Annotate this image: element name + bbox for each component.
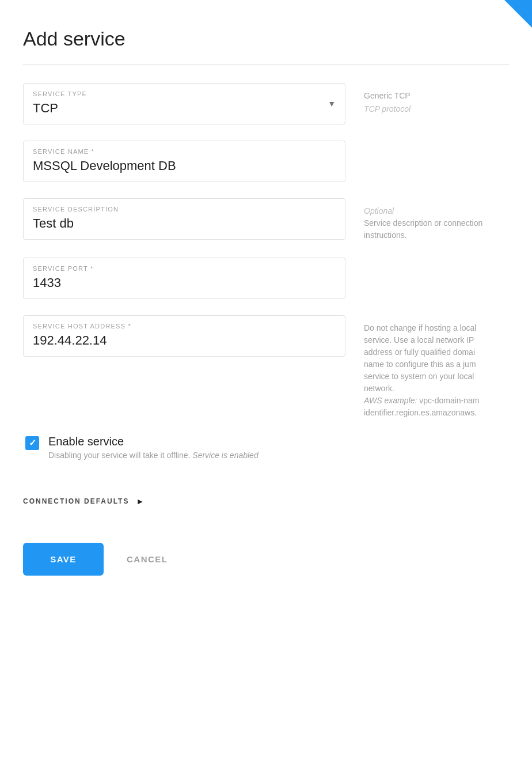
service-host-hint-line4: name to configure this as a jum xyxy=(364,360,476,369)
divider xyxy=(23,64,509,65)
service-description-field[interactable]: SERVICE DESCRIPTION Test db xyxy=(23,198,345,240)
service-host-value: 192.44.22.14 xyxy=(33,333,107,347)
service-type-hint-subtitle: TCP protocol xyxy=(364,104,411,114)
service-name-hint xyxy=(364,141,509,148)
service-port-hint xyxy=(364,258,509,264)
service-type-label: SERVICE TYPE xyxy=(33,90,336,97)
service-host-aws-label: AWS example: xyxy=(364,396,417,405)
service-description-value: Test db xyxy=(33,216,74,230)
service-name-value: MSSQL Development DB xyxy=(33,158,176,173)
connection-defaults-row[interactable]: CONNECTION DEFAULTS ► xyxy=(23,487,509,515)
service-name-label: SERVICE NAME * xyxy=(33,148,336,155)
enable-service-title: Enable service xyxy=(48,435,259,448)
service-host-aws-suffix: identifier.region.es.amazonaws. xyxy=(364,408,477,417)
service-port-field[interactable]: SERVICE PORT * 1433 xyxy=(23,258,345,299)
service-type-row: SERVICE TYPE TCP ▼ Generic TCP TCP proto… xyxy=(23,83,509,124)
enable-service-status: Service is enabled xyxy=(192,451,258,460)
service-port-value: 1433 xyxy=(33,275,61,290)
service-description-hint: Optional Service description or connecti… xyxy=(364,198,509,241)
service-host-hint-line3: address or fully qualified domai xyxy=(364,347,475,357)
service-type-hint: Generic TCP TCP protocol xyxy=(364,83,509,115)
service-name-row: SERVICE NAME * MSSQL Development DB xyxy=(23,141,509,182)
service-type-hint-title: Generic TCP xyxy=(364,90,509,102)
service-host-hint-line1: Do not change if hosting a local xyxy=(364,323,476,332)
checkbox-check-icon: ✓ xyxy=(29,438,36,448)
service-type-value: TCP xyxy=(33,101,58,115)
enable-service-checkbox[interactable]: ✓ xyxy=(25,436,39,450)
service-host-hint-line2: service. Use a local network IP xyxy=(364,335,474,345)
expand-arrow-icon[interactable]: ► xyxy=(136,497,144,506)
enable-service-desc: Disabling your service will take it offl… xyxy=(48,451,259,460)
save-button[interactable]: SAVE xyxy=(23,543,104,576)
service-port-row: SERVICE PORT * 1433 xyxy=(23,258,509,299)
service-host-row: SERVICE HOST ADDRESS * 192.44.22.14 Do n… xyxy=(23,315,509,419)
service-description-hint-text: Service description or connection instru… xyxy=(364,218,482,240)
service-host-field[interactable]: SERVICE HOST ADDRESS * 192.44.22.14 xyxy=(23,315,345,357)
service-name-field[interactable]: SERVICE NAME * MSSQL Development DB xyxy=(23,141,345,182)
cancel-button[interactable]: CANCEL xyxy=(117,543,177,576)
connection-defaults-label: CONNECTION DEFAULTS xyxy=(23,497,129,505)
enable-service-description: Disabling your service will take it offl… xyxy=(48,451,190,460)
service-host-hint: Do not change if hosting a local service… xyxy=(364,315,509,419)
service-host-label: SERVICE HOST ADDRESS * xyxy=(33,323,336,330)
service-description-row: SERVICE DESCRIPTION Test db Optional Ser… xyxy=(23,198,509,241)
service-port-label: SERVICE PORT * xyxy=(33,265,336,272)
service-host-hint-line6: network. xyxy=(364,384,394,393)
service-type-field[interactable]: SERVICE TYPE TCP ▼ xyxy=(23,83,345,124)
corner-decoration xyxy=(504,0,532,28)
enable-service-row: ✓ Enable service Disabling your service … xyxy=(23,435,509,460)
page-title: Add service xyxy=(23,28,509,50)
service-description-optional: Optional xyxy=(364,206,394,215)
dropdown-arrow-icon[interactable]: ▼ xyxy=(328,99,336,108)
enable-service-content: Enable service Disabling your service wi… xyxy=(48,435,259,460)
action-buttons: SAVE CANCEL xyxy=(23,543,509,576)
service-description-label: SERVICE DESCRIPTION xyxy=(33,206,336,213)
service-host-hint-line5: service to system on your local xyxy=(364,372,474,381)
service-host-aws-value: vpc-domain-nam xyxy=(419,396,479,405)
